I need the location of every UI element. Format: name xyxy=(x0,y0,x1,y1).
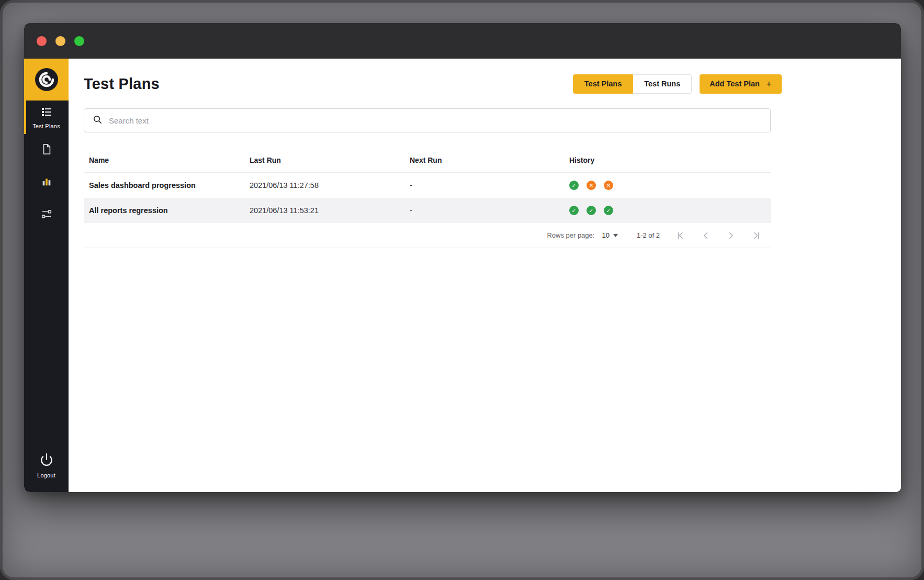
pager-controls xyxy=(674,229,762,242)
bar-chart-icon xyxy=(41,176,52,189)
column-header-last-run: Last Run xyxy=(244,156,404,164)
header-actions: Test Plans Test Runs Add Test Plan + xyxy=(573,74,782,94)
logout-button[interactable]: Logout xyxy=(24,453,69,478)
previous-page-button[interactable] xyxy=(700,229,712,242)
next-page-button[interactable] xyxy=(725,229,737,242)
view-toggle: Test Plans Test Runs xyxy=(573,74,692,94)
sidebar-item-workflows[interactable] xyxy=(24,199,69,231)
plan-name: Sales dashboard progression xyxy=(84,181,244,189)
column-header-history: History xyxy=(564,156,771,164)
zoom-window-button[interactable] xyxy=(74,36,84,46)
window-titlebar xyxy=(24,23,901,59)
rows-per-page-select[interactable]: 10 xyxy=(602,231,617,239)
plan-last-run: 2021/06/13 11:53:21 xyxy=(244,206,404,215)
table-row[interactable]: All reports regression 2021/06/13 11:53:… xyxy=(84,198,771,223)
chevron-right-icon xyxy=(726,231,736,240)
search-icon xyxy=(93,115,103,127)
last-page-button[interactable] xyxy=(750,229,762,242)
minimize-window-button[interactable] xyxy=(55,36,65,46)
fail-icon: ✕ xyxy=(604,181,613,190)
search-input[interactable] xyxy=(109,116,762,125)
plan-next-run: - xyxy=(404,206,564,215)
app-logo xyxy=(24,59,69,101)
column-header-name: Name xyxy=(84,156,244,164)
plan-name: All reports regression xyxy=(84,206,244,215)
plan-last-run: 2021/06/13 11:27:58 xyxy=(244,181,404,189)
test-plans-table: Name Last Run Next Run History Sales das… xyxy=(84,148,771,248)
plan-next-run: - xyxy=(404,181,564,189)
add-test-plan-label: Add Test Plan xyxy=(709,80,760,88)
app-window: Test Plans xyxy=(24,23,901,492)
pass-icon: ✓ xyxy=(569,206,579,215)
fail-icon: ✕ xyxy=(587,181,596,190)
chevron-left-icon xyxy=(701,231,711,240)
pass-icon: ✓ xyxy=(569,181,579,190)
sidebar-item-label: Test Plans xyxy=(32,123,60,129)
plan-history: ✓✓✓ xyxy=(564,206,771,215)
pagination-range: 1-2 of 2 xyxy=(637,231,660,239)
pass-icon: ✓ xyxy=(587,206,596,215)
page-header: Test Plans Test Plans Test Runs Add Test… xyxy=(84,74,782,94)
brand-logo-icon xyxy=(35,68,59,92)
document-icon xyxy=(41,143,52,157)
window-body: Test Plans xyxy=(24,59,901,492)
logout-label: Logout xyxy=(37,472,55,478)
plus-icon: + xyxy=(766,79,772,89)
close-window-button[interactable] xyxy=(37,36,47,46)
first-page-button[interactable] xyxy=(674,229,687,242)
tab-test-runs[interactable]: Test Runs xyxy=(633,74,692,94)
rows-per-page-label: Rows per page: xyxy=(547,231,594,239)
plan-history: ✓✕✕ xyxy=(564,181,771,190)
desktop-background: Test Plans xyxy=(0,0,924,580)
sidebar-item-reports[interactable] xyxy=(24,166,69,199)
search-bar xyxy=(84,108,771,132)
sidebar-item-documents[interactable] xyxy=(24,134,69,166)
workflow-icon xyxy=(41,208,52,222)
chevron-down-icon xyxy=(613,234,618,237)
first-page-icon xyxy=(676,231,685,240)
sidebar: Test Plans xyxy=(24,59,69,492)
main-content: Test Plans Test Plans Test Runs Add Test… xyxy=(69,59,901,492)
add-test-plan-button[interactable]: Add Test Plan + xyxy=(700,74,782,94)
last-page-icon xyxy=(751,231,761,240)
pagination-bar: Rows per page: 10 1-2 of 2 xyxy=(84,223,771,248)
sidebar-item-test-plans[interactable]: Test Plans xyxy=(24,101,69,134)
column-header-next-run: Next Run xyxy=(404,156,564,164)
rows-per-page-value: 10 xyxy=(602,231,609,239)
tab-test-plans[interactable]: Test Plans xyxy=(573,74,633,94)
pass-icon: ✓ xyxy=(604,206,613,215)
table-row[interactable]: Sales dashboard progression 2021/06/13 1… xyxy=(84,173,771,198)
page-title: Test Plans xyxy=(84,75,160,93)
power-icon xyxy=(40,453,53,469)
test-plans-icon xyxy=(40,106,53,120)
table-header-row: Name Last Run Next Run History xyxy=(84,148,771,173)
